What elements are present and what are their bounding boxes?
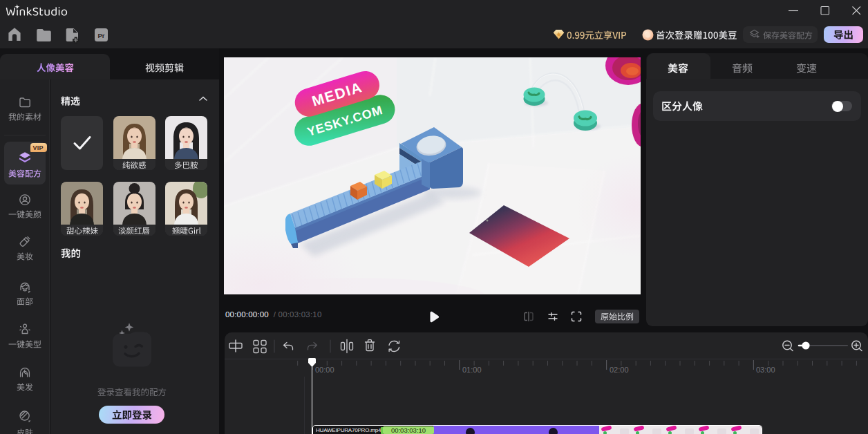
svg-text:Pr: Pr	[97, 32, 104, 39]
